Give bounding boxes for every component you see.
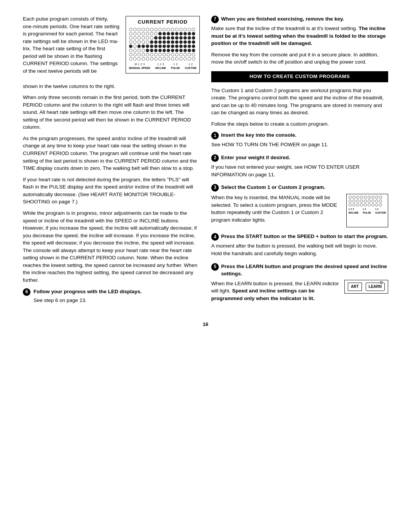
led: [188, 57, 191, 61]
led: [162, 40, 166, 44]
mini-matrix-footer: 123 INCLINE 12 PULSE 12: [349, 208, 386, 214]
mini-led: [356, 200, 359, 203]
footer-label-custom: CUSTOM: [185, 66, 196, 70]
step-3-section: 3 Select the Custom 1 or Custom 2 progra…: [211, 184, 388, 227]
intro-paragraph-2: When only three seconds remain in the fi…: [23, 94, 200, 131]
led: [133, 40, 137, 44]
led: [183, 53, 187, 56]
learn-button-text: LEARN: [369, 284, 382, 289]
led: [154, 49, 158, 52]
mini-led: [352, 200, 355, 203]
step-5-bold: Speed and incline settings can be progra…: [211, 288, 315, 301]
led: [154, 57, 158, 61]
led: [179, 53, 183, 56]
footer-label-pulse: PULSE: [171, 66, 180, 70]
led: [158, 40, 162, 44]
intro-paragraph-cont: shown in the twelve columns to the right…: [23, 83, 200, 90]
led: [175, 36, 178, 40]
step-2-number: 2: [211, 154, 219, 162]
led: [183, 32, 187, 35]
step-3-text: When the key is inserted, the MANUAL mod…: [211, 194, 341, 227]
left-column: Each pulse program consists of thirty, o…: [23, 15, 200, 312]
footer-label-manual: MANUAL SPEED: [129, 66, 150, 70]
led: [171, 32, 174, 35]
mini-footer-custom-nums: 12: [375, 208, 386, 211]
mini-led: [371, 200, 374, 203]
mini-led: [379, 203, 382, 206]
led: [142, 53, 145, 56]
led: [129, 32, 132, 35]
led: [179, 40, 183, 44]
mini-footer-custom: 12 CUSTOM: [375, 208, 386, 214]
led: [154, 53, 158, 56]
led: [129, 28, 132, 31]
led: [137, 57, 141, 61]
led: [192, 57, 195, 61]
led-matrix-box: CURRENT PERIOD: [126, 16, 200, 73]
step-5-para-1: When the LEARN button is pressed, the LE…: [211, 280, 339, 302]
led: [192, 45, 195, 48]
led: [154, 32, 158, 35]
step-6-title: Follow your progress with the LED displa…: [33, 289, 142, 294]
mini-led: [379, 200, 382, 203]
led: [158, 57, 162, 61]
led: [179, 36, 183, 40]
led: [133, 36, 137, 40]
led: [192, 28, 195, 31]
led-row-6: [129, 49, 196, 52]
led: [142, 57, 145, 61]
step-2-title: Enter your weight if desired.: [221, 154, 290, 161]
led: [167, 40, 170, 44]
led: [188, 32, 191, 35]
led-matrix-title: CURRENT PERIOD: [129, 19, 196, 26]
led: [179, 49, 183, 52]
footer-nums-pulse: 1 2: [174, 62, 178, 66]
step-1-header: 1 Insert the key into the console.: [211, 131, 388, 139]
led: [192, 53, 195, 56]
intro-paragraph-4: If your heart rate is not detected durin…: [23, 176, 200, 206]
mini-led: [368, 200, 371, 203]
led: [167, 57, 170, 61]
footer-nums-custom: 1 2: [188, 62, 193, 66]
mini-led: [375, 200, 378, 203]
led: [162, 32, 166, 35]
step-7-number: 7: [211, 16, 219, 23]
step-3-body-with-image: When the key is inserted, the MANUAL mod…: [211, 194, 388, 227]
led: [192, 36, 195, 40]
led: [158, 53, 162, 56]
mini-led: [356, 203, 359, 206]
led: [133, 53, 137, 56]
led: [192, 40, 195, 44]
step-3-number: 3: [211, 184, 219, 192]
footer-nums-incline: 1 2 3: [157, 62, 164, 66]
led: [183, 49, 187, 52]
mini-led: [368, 196, 371, 199]
mini-footer-incline: 123 INCLINE: [349, 208, 358, 214]
led: [171, 28, 174, 31]
led: [142, 49, 145, 52]
intro-text: Each pulse program consists of thirty, o…: [23, 15, 119, 79]
led-row-7: [129, 53, 196, 56]
led: [183, 45, 187, 48]
led: [188, 40, 191, 44]
section-intro-1: The Custom 1 and Custom 2 programs are w…: [211, 87, 388, 117]
led: [133, 45, 137, 48]
led: [175, 32, 178, 35]
step-1-title: Insert the key into the console.: [221, 131, 296, 139]
led: [150, 45, 153, 48]
mini-led: [349, 203, 352, 206]
led: [133, 32, 137, 35]
led: [150, 53, 153, 56]
led: [154, 40, 158, 44]
led: [175, 49, 178, 52]
mini-led: [360, 203, 363, 206]
mini-led: [352, 196, 355, 199]
mini-led: [349, 200, 352, 203]
learn-indicator-dot: [380, 281, 383, 284]
led: [167, 28, 170, 31]
step-4-number: 4: [211, 233, 219, 241]
led: [150, 40, 153, 44]
mini-led: [364, 196, 367, 199]
art-learn-buttons-row: ART LEARN: [348, 283, 385, 291]
led: [162, 36, 166, 40]
